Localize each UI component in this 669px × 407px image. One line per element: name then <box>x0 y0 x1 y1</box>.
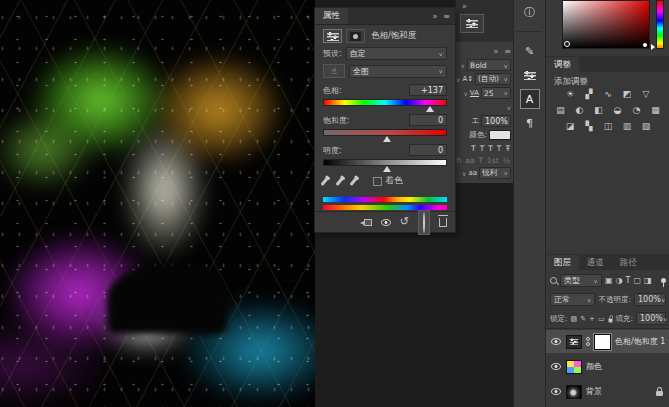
invert-icon[interactable]: ◪ <box>563 120 577 132</box>
photo-filter-icon[interactable]: ◒ <box>611 104 625 116</box>
preset-dropdown[interactable]: 自定∨ <box>346 47 447 60</box>
collapse-chevrons-icon[interactable]: » <box>493 47 498 56</box>
ligatures-button[interactable]: fi <box>457 156 462 165</box>
character-panel-icon-active[interactable]: A <box>520 89 540 109</box>
adjustments-shortcut-icon[interactable] <box>514 63 545 87</box>
layer-mask-icon[interactable] <box>346 29 365 43</box>
view-previous-state-icon[interactable] <box>381 219 391 226</box>
black-white-icon[interactable]: ◧ <box>592 104 606 116</box>
tab-channels[interactable]: 通道 <box>579 255 612 270</box>
fill-field[interactable]: 100%∨ <box>636 312 666 325</box>
filter-adjustment-layers-icon[interactable]: ◑ <box>616 276 623 285</box>
font-style-dropdown[interactable]: Bold∨ <box>467 59 511 71</box>
filter-shape-layers-icon[interactable]: ▢ <box>633 276 641 285</box>
tracking-dropdown[interactable]: 25∨ <box>481 87 511 99</box>
hue-ramp-strip[interactable] <box>656 0 664 49</box>
strikethrough-button[interactable]: Ŧ <box>505 144 510 153</box>
levels-icon[interactable]: ▞ <box>582 88 596 100</box>
channel-mixer-icon[interactable]: ◔ <box>630 104 644 116</box>
layer-row-background[interactable]: 背景 <box>546 380 669 403</box>
tab-adjustments[interactable]: 调整 <box>546 57 579 72</box>
panel-menu-icon[interactable]: ≡ <box>504 47 511 56</box>
background-layer-thumbnail[interactable] <box>566 385 582 399</box>
color-lookup-icon[interactable]: ▦ <box>649 104 663 116</box>
adjustment-layer-thumbnail[interactable] <box>566 335 582 349</box>
faux-bold-button[interactable]: T <box>471 144 476 153</box>
layer-mask-thumbnail[interactable] <box>594 334 611 350</box>
lock-artboard-icon[interactable]: ▭ <box>598 315 605 323</box>
layer-visibility-eye-icon[interactable] <box>551 363 561 370</box>
lock-position-icon[interactable]: + <box>589 315 595 323</box>
gradient-map-icon[interactable]: ▥ <box>620 120 634 132</box>
anti-alias-dropdown[interactable]: 锐利∨ <box>479 167 511 179</box>
color-saturation-square[interactable] <box>562 0 650 49</box>
lightness-value-field[interactable]: 0 <box>409 144 447 156</box>
filter-type-layers-icon[interactable]: T <box>626 276 631 285</box>
filter-pixel-layers-icon[interactable]: ▣ <box>605 276 613 285</box>
selective-color-icon[interactable]: ▧ <box>639 120 653 132</box>
panel-menu-icon[interactable]: ≡ <box>443 12 450 21</box>
alternates-button[interactable]: aa <box>465 156 474 165</box>
lock-transparency-icon[interactable]: ▨ <box>571 315 578 323</box>
eyedropper-icon[interactable] <box>320 177 328 186</box>
hue-value-field[interactable]: +137 <box>409 84 447 96</box>
layer-row-hue-saturation[interactable]: 色相/饱和度 1 <box>546 330 669 353</box>
saturation-slider-thumb[interactable] <box>383 136 391 142</box>
delete-adjustment-icon[interactable] <box>439 218 447 227</box>
layer-visibility-eye-icon[interactable] <box>551 388 561 395</box>
saturation-value-field[interactable]: 0 <box>409 114 447 126</box>
tab-properties[interactable]: 属性 <box>315 8 348 24</box>
lightness-slider-thumb[interactable] <box>383 166 391 172</box>
lightness-slider[interactable] <box>323 159 447 166</box>
text-color-swatch[interactable] <box>489 130 511 140</box>
fractions-button[interactable]: ½ <box>503 156 510 165</box>
clip-to-layer-icon[interactable] <box>364 219 372 226</box>
color-layer-thumbnail[interactable] <box>566 360 582 374</box>
brush-settings-panel-icon[interactable]: ✎ <box>514 39 545 63</box>
vertical-scale-field[interactable]: 100% <box>481 115 511 127</box>
opacity-field[interactable]: 100%∨ <box>634 293 666 306</box>
tab-paths[interactable]: 路径 <box>612 255 645 270</box>
all-caps-button[interactable]: T <box>488 144 493 153</box>
targeted-adjustment-tool[interactable]: ☝ <box>323 64 345 78</box>
hue-saturation-icon[interactable]: ▤ <box>554 104 568 116</box>
ordinals-button[interactable]: 1st <box>487 156 499 165</box>
hue-slider-thumb[interactable] <box>426 106 434 112</box>
saturation-slider[interactable] <box>323 129 447 136</box>
lock-all-icon[interactable] <box>608 318 612 322</box>
collapse-chevrons-icon[interactable]: » <box>462 2 467 11</box>
faux-italic-button[interactable]: T <box>480 144 485 153</box>
layer-row-color[interactable]: 颜色 <box>546 355 669 378</box>
collapsed-properties-panel-button[interactable] <box>460 14 484 33</box>
brightness-contrast-icon[interactable]: ☀ <box>563 88 577 100</box>
canvas-artwork[interactable] <box>0 0 315 407</box>
layer-name[interactable]: 背景 <box>586 386 602 397</box>
title-case-button[interactable]: T <box>479 156 484 165</box>
mask-link-icon[interactable] <box>586 337 590 346</box>
lock-pixels-icon[interactable]: ✎ <box>580 315 586 323</box>
hue-slider[interactable] <box>323 99 447 106</box>
exposure-icon[interactable]: ◩ <box>620 88 634 100</box>
vibrance-icon[interactable]: ▽ <box>639 88 653 100</box>
layer-visibility-eye-icon[interactable] <box>551 338 561 345</box>
reset-icon[interactable]: ↺ <box>400 217 409 227</box>
channel-dropdown[interactable]: 全图∨ <box>349 65 447 78</box>
hue-ramp-marker[interactable] <box>651 44 655 50</box>
toggle-visibility-button[interactable] <box>418 210 430 235</box>
blend-mode-dropdown[interactable]: 正常∨ <box>550 293 595 306</box>
layer-name[interactable]: 色相/饱和度 1 <box>615 336 665 347</box>
color-cursor-ring[interactable] <box>564 41 570 47</box>
paragraph-panel-icon[interactable]: ¶ <box>514 111 545 135</box>
info-panel-icon[interactable]: ⓘ <box>514 0 545 24</box>
tab-layers[interactable]: 图层 <box>546 255 579 270</box>
colorize-checkbox[interactable] <box>373 177 382 186</box>
threshold-icon[interactable]: ◫ <box>601 120 615 132</box>
add-eyedropper-icon[interactable] <box>335 177 343 186</box>
filter-kind-dropdown[interactable]: 类型∨ <box>560 274 602 287</box>
collapse-chevrons-icon[interactable]: » <box>432 12 437 21</box>
curves-icon[interactable]: ∿ <box>601 88 615 100</box>
posterize-icon[interactable]: ▚ <box>582 120 596 132</box>
subtract-eyedropper-icon[interactable] <box>349 177 357 186</box>
filter-smart-objects-icon[interactable]: ◨ <box>644 276 652 285</box>
color-balance-icon[interactable]: ◐ <box>573 104 587 116</box>
